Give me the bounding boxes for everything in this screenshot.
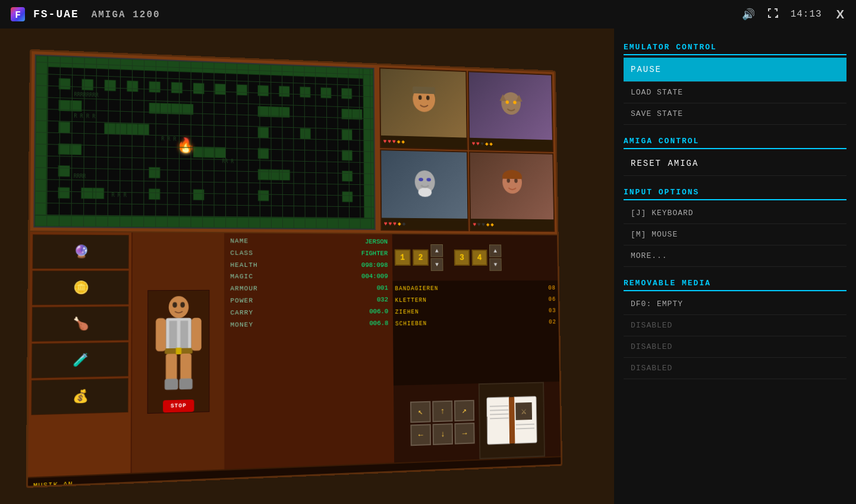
inv-slot-3: 🍗 <box>32 306 128 342</box>
svg-rect-4 <box>34 56 48 226</box>
svg-rect-93 <box>165 354 177 382</box>
app-name-sub: AMIGA 1200 <box>92 10 160 20</box>
load-state-button[interactable]: LOAD STATE <box>624 82 846 103</box>
char-face-2 <box>468 72 552 140</box>
volume-button[interactable]: 🔊 <box>742 8 755 21</box>
svg-text:🔥: 🔥 <box>177 136 196 154</box>
input-options-title: INPUT OPTIONS <box>624 183 846 200</box>
char-hearts-4: ♥ ♥ ♥ ◆ ◆ <box>470 219 553 231</box>
svg-rect-59 <box>342 191 352 202</box>
action-num-1[interactable]: 1 <box>394 250 410 266</box>
app-title: FS-UAE AMIGA 1200 <box>33 8 160 20</box>
svg-rect-13 <box>193 83 204 94</box>
reset-amiga-button[interactable]: RESET AMIGA <box>624 152 846 176</box>
action-num-3[interactable]: 3 <box>454 250 469 266</box>
char-actions: 1 2 ▲ ▼ 3 4 ▲ ▼ <box>392 234 561 462</box>
svg-rect-98 <box>179 378 192 389</box>
action-list: BANDAGIEREN 08 KLETTERN 06 ZIEHEN 03 <box>392 281 559 386</box>
map-grid: 🔥 RRRRRRRR R R <box>34 56 374 229</box>
svg-rect-74 <box>412 86 435 94</box>
move-backward[interactable]: ↓ <box>432 423 452 445</box>
disabled-2[interactable]: DISABLED <box>624 336 846 358</box>
svg-text:R  R  R: R R R <box>161 137 176 143</box>
svg-line-60 <box>46 67 48 216</box>
svg-rect-89 <box>169 321 177 348</box>
emulator-control-title: EMULATOR CONTROL <box>624 38 846 55</box>
svg-rect-29 <box>279 107 289 118</box>
pause-button[interactable]: PAUSE <box>624 58 846 82</box>
svg-rect-8 <box>81 79 93 90</box>
move-left-fwd[interactable]: ↖ <box>410 401 431 423</box>
svg-rect-2 <box>34 56 374 229</box>
svg-rect-95 <box>155 318 165 351</box>
action-item-1: BANDAGIEREN 08 <box>395 283 556 295</box>
svg-point-87 <box>168 296 188 318</box>
svg-line-62 <box>69 68 70 216</box>
move-right-fwd[interactable]: ↗ <box>454 399 474 421</box>
svg-rect-5 <box>363 68 374 229</box>
char-panel-2: ♥ ♥ ♥ ◆ ◆ <box>467 71 553 152</box>
game-screen: 🔥 RRRRRRRR R R <box>26 49 562 488</box>
main-content: 🔥 RRRRRRRR R R <box>0 29 856 504</box>
char-figure-display: STOP <box>147 290 209 414</box>
stat-magic-line: MAGIC 004:009 <box>230 271 388 283</box>
svg-rect-50 <box>268 169 279 180</box>
game-bottom: 🔮 🪙 🍗 🧪 💰 <box>28 231 561 477</box>
svg-line-63 <box>81 68 82 216</box>
svg-rect-30 <box>341 109 351 119</box>
svg-rect-52 <box>342 171 352 181</box>
mouse-input-button[interactable]: [M] MOUSE <box>624 224 846 245</box>
svg-rect-103 <box>509 397 515 443</box>
titlebar-controls: 🔊 14:13 X <box>742 7 846 22</box>
svg-rect-16 <box>257 85 268 96</box>
svg-rect-48 <box>149 167 160 178</box>
arrow-up[interactable]: ▲ <box>430 244 443 257</box>
stat-armour-line: ARMOUR 001 <box>230 283 388 295</box>
svg-line-61 <box>58 67 59 215</box>
disabled-1[interactable]: DISABLED <box>624 315 846 336</box>
char-hearts-3: ♥ ♥ ♥ ◆ ◆ <box>382 218 467 230</box>
right-panel: EMULATOR CONTROL PAUSE LOAD STATE SAVE S… <box>614 29 856 504</box>
move-area: ↖ ↑ ↗ ← ↓ → <box>393 382 560 462</box>
fullscreen-button[interactable] <box>767 7 779 22</box>
game-area: 🔥 RRRRRRRR R R <box>0 29 614 504</box>
move-forward[interactable]: ↑ <box>432 400 452 422</box>
arrow-up-2[interactable]: ▲ <box>489 244 501 257</box>
svg-rect-7 <box>59 78 70 90</box>
df0-button[interactable]: DF0: EMPTY <box>624 294 846 315</box>
svg-rect-12 <box>171 82 182 93</box>
stop-button[interactable]: STOP <box>163 399 194 412</box>
svg-text:R R R: R R R <box>111 193 127 198</box>
svg-rect-94 <box>180 354 191 382</box>
stat-name-line: NAME JERSON <box>230 235 388 248</box>
save-state-button[interactable]: SAVE STATE <box>624 103 846 125</box>
svg-rect-49 <box>258 169 269 180</box>
move-left[interactable]: ← <box>410 424 431 446</box>
svg-rect-26 <box>182 104 193 115</box>
action-num-4[interactable]: 4 <box>471 250 487 266</box>
more-input-button[interactable]: MORE... <box>624 245 846 267</box>
disabled-3[interactable]: DISABLED <box>624 358 846 379</box>
close-button[interactable]: X <box>834 8 846 21</box>
stat-class-line: CLASS FIGHTER <box>230 247 388 259</box>
svg-rect-9 <box>104 80 115 91</box>
action-num-2[interactable]: 2 <box>413 250 429 266</box>
keyboard-input-button[interactable]: [J] KEYBOARD <box>624 203 846 224</box>
svg-rect-42 <box>193 147 203 158</box>
char-face-1 <box>380 68 467 137</box>
svg-rect-17 <box>279 86 289 97</box>
svg-text:RR  R: RR R <box>222 159 234 164</box>
char-hearts-1: ♥ ♥ ♥ ◆ ◆ <box>380 136 466 149</box>
inv-slot-4: 🧪 <box>31 342 128 379</box>
svg-rect-43 <box>204 147 215 158</box>
svg-text:R R R R: R R R R <box>74 113 95 119</box>
svg-rect-11 <box>149 81 160 93</box>
move-right[interactable]: → <box>454 423 474 445</box>
arrow-down[interactable]: ▼ <box>430 258 443 270</box>
svg-rect-54 <box>81 188 92 199</box>
svg-rect-28 <box>268 106 279 117</box>
svg-rect-6 <box>34 215 374 229</box>
arrow-down-2[interactable]: ▼ <box>489 259 501 271</box>
inv-slot-5: 💰 <box>31 378 128 415</box>
stat-money-line: MONEY 006.8 <box>230 317 388 331</box>
